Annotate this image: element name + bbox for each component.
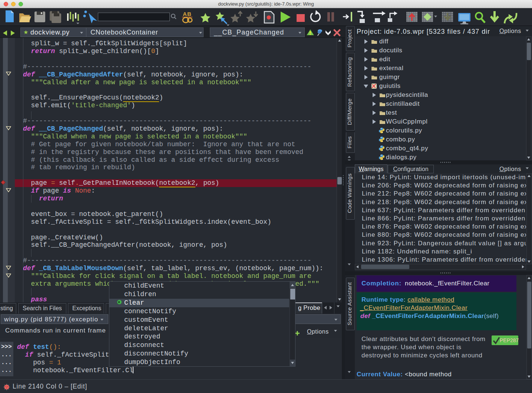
svg-text:A: A bbox=[183, 11, 187, 17]
svg-text:B: B bbox=[187, 11, 191, 17]
